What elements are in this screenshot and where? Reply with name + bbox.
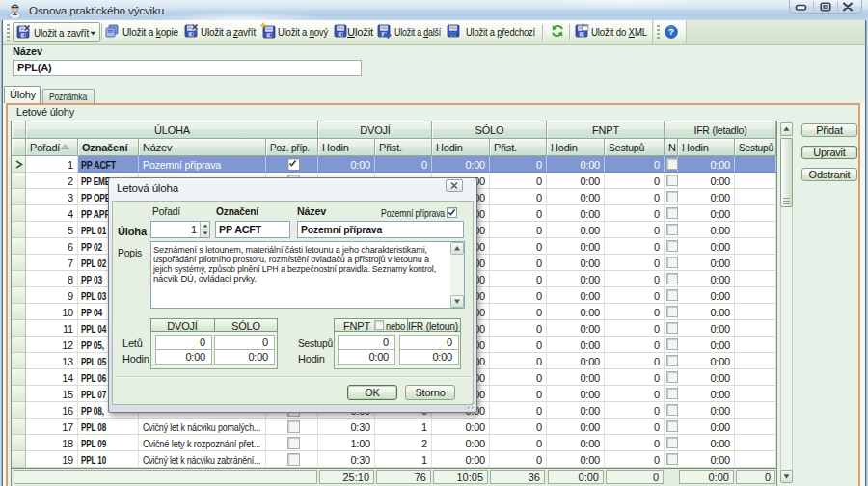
svg-text:?: ? bbox=[668, 26, 674, 37]
